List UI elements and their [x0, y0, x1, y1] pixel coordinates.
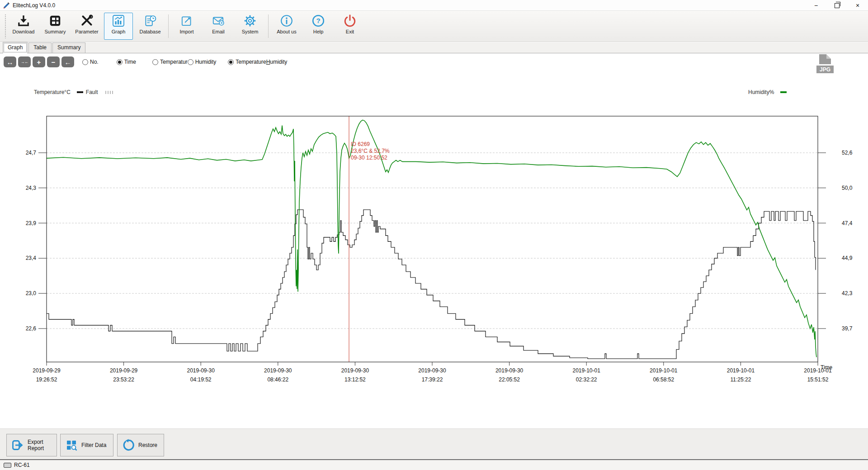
import-icon	[180, 14, 193, 28]
toolbar-separator-2	[268, 14, 269, 38]
x-tick-time: 06:58:52	[653, 376, 674, 383]
radio-temperature[interactable]: Temperatur	[152, 59, 188, 65]
radio-time-circle	[117, 59, 123, 65]
about-button[interactable]: About us	[272, 13, 301, 40]
x-tick-time: 13:12:52	[344, 376, 366, 383]
x-tick-time: 02:32:22	[576, 376, 597, 383]
x-tick-time: 08:46:22	[267, 376, 288, 383]
about-icon	[280, 14, 293, 28]
zoom-out-button[interactable]: −	[47, 56, 60, 67]
x-tick-time: 15:51:52	[807, 376, 829, 383]
export-report-icon	[11, 439, 24, 451]
restore-button[interactable]	[826, 0, 847, 10]
database-button[interactable]: Database	[136, 13, 165, 40]
toolbar-separator	[168, 14, 169, 38]
x-tick-time: 11:25:22	[730, 376, 751, 383]
radio-temperature-circle	[152, 59, 158, 65]
app-icon	[3, 2, 10, 9]
device-label: RC-61	[14, 462, 30, 468]
x-axis-title: Time	[821, 364, 833, 371]
x-tick-time: 23:53:22	[113, 376, 134, 383]
x-tick-date: 2019-09-30	[418, 367, 446, 374]
tab-summary[interactable]: Summary	[52, 42, 85, 53]
window-controls: − ×	[806, 0, 868, 10]
email-button[interactable]: Email	[204, 13, 233, 40]
zoom-in-button[interactable]: +	[33, 56, 45, 67]
export-jpg-button[interactable]: JPG	[816, 54, 835, 76]
radio-no[interactable]: No.	[82, 59, 99, 65]
restore-icon-footer	[122, 439, 135, 451]
graph-icon	[112, 14, 125, 28]
humidity-marker-icon	[780, 91, 787, 93]
cursor-annotation: ID 6269	[351, 141, 370, 147]
toolbar-grip[interactable]	[5, 14, 6, 38]
download-icon	[17, 14, 30, 28]
radio-humidity[interactable]: Humidity	[188, 59, 217, 65]
right-axis-tick-label: 44,9	[842, 255, 853, 261]
radio-humidity-label: Humidity	[195, 59, 217, 65]
window-titlebar: ElitechLog V4.0.0 − ×	[0, 0, 868, 11]
radio-temperature-label: Temperatur	[160, 59, 188, 65]
footer-panel: Export Report Filter Data Restore	[0, 428, 868, 460]
import-label: Import	[179, 29, 193, 34]
x-tick-date: 2019-09-30	[341, 367, 369, 374]
tab-graph[interactable]: Graph	[3, 42, 28, 53]
close-button[interactable]: ×	[847, 0, 868, 10]
humidity-series	[47, 120, 816, 357]
summary-icon	[48, 14, 62, 28]
email-label: Email	[212, 29, 225, 34]
left-axis-tick-label: 23,4	[26, 255, 37, 261]
zoom-horizontal-button[interactable]: ↔	[4, 56, 16, 67]
x-tick-date: 2019-09-30	[187, 367, 215, 374]
system-button[interactable]: System	[236, 13, 264, 40]
help-button[interactable]: ? Help	[304, 13, 333, 40]
right-axis-tick-label: 39,7	[842, 325, 853, 332]
parameter-button[interactable]: Parameter	[72, 13, 101, 40]
x-tick-time: 22:05:52	[499, 376, 520, 383]
plot-border	[47, 116, 818, 362]
statusbar: RC-61	[0, 460, 868, 470]
left-axis-tick-label: 23,9	[26, 220, 37, 226]
email-icon	[212, 14, 225, 28]
exit-label: Exit	[346, 29, 354, 34]
main-toolbar: Download Summary Parameter	[0, 11, 868, 42]
about-label: About us	[277, 29, 296, 34]
radio-no-circle	[82, 59, 88, 65]
fault-label: Fault	[86, 89, 98, 95]
import-button[interactable]: Import	[172, 13, 201, 40]
x-tick-date: 2019-09-30	[264, 367, 292, 374]
filter-data-icon	[65, 439, 78, 451]
summary-button[interactable]: Summary	[41, 13, 70, 40]
radio-temperature-humidity-label: TemperatureHumidity	[236, 59, 287, 65]
view-tabstrip: Graph Table Summary	[0, 42, 868, 53]
elitechlog-window: ID 626923,6°C & 52,7%09-30 12:50:5224,75…	[0, 0, 868, 470]
compress-button[interactable]: →←	[18, 56, 31, 67]
x-tick-time: 04:19:52	[190, 376, 212, 383]
legend-right: Humidity%	[748, 89, 789, 95]
export-report-button[interactable]: Export Report	[6, 434, 57, 456]
graph-controls: ↔ →← + − ← No. Time Temperatur Humidity …	[0, 54, 868, 70]
minimize-button[interactable]: −	[806, 0, 826, 10]
radio-time[interactable]: Time	[117, 59, 136, 65]
download-button[interactable]: Download	[9, 13, 38, 40]
graph-button[interactable]: Graph	[104, 13, 133, 40]
download-label: Download	[13, 29, 35, 34]
x-tick-date: 2019-10-01	[573, 367, 601, 374]
x-tick-date: 2019-10-01	[727, 367, 755, 374]
exit-button[interactable]: Exit	[335, 13, 364, 40]
x-tick-time: 17:39:22	[422, 376, 443, 383]
left-axis-tick-label: 24,3	[26, 185, 37, 191]
back-button[interactable]: ←	[61, 56, 74, 67]
parameter-icon	[80, 14, 94, 28]
help-icon: ?	[311, 14, 325, 28]
right-axis-tick-label: 47,4	[842, 220, 853, 226]
filter-data-button[interactable]: Filter Data	[60, 434, 113, 456]
tab-table[interactable]: Table	[28, 42, 52, 53]
restore-button-footer[interactable]: Restore	[117, 434, 164, 456]
left-axis-tick-label: 23,0	[26, 290, 37, 296]
radio-temperature-humidity[interactable]: TemperatureHumidity	[228, 59, 287, 65]
window-title: ElitechLog V4.0.0	[13, 2, 55, 9]
left-axis-tick-label: 24,7	[26, 150, 37, 156]
summary-label: Summary	[44, 29, 66, 34]
system-label: System	[242, 29, 259, 34]
